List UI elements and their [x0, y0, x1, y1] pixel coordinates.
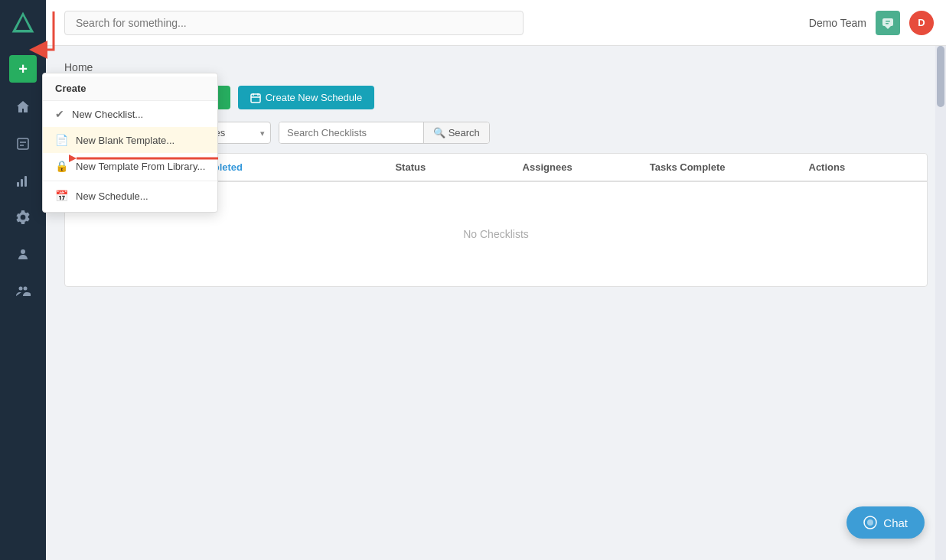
- sidebar-item-users[interactable]: [0, 236, 46, 272]
- create-schedule-btn-label: Create New Schedule: [266, 92, 362, 103]
- user-avatar[interactable]: D: [909, 11, 934, 35]
- svg-point-16: [24, 287, 28, 291]
- svg-rect-12: [21, 179, 23, 187]
- svg-point-22: [867, 519, 873, 526]
- svg-rect-6: [886, 21, 890, 22]
- logo-area: [0, 0, 46, 46]
- sidebar-item-teams[interactable]: [0, 272, 46, 309]
- template-library-label: New Template From Library...: [76, 161, 205, 172]
- nav-right: Demo Team D: [809, 11, 934, 35]
- breadcrumb[interactable]: Home: [64, 61, 928, 73]
- avatar-initials: D: [918, 17, 925, 28]
- dropdown-item-new-checklist[interactable]: ✔ New Checklist...: [43, 101, 217, 127]
- svg-rect-7: [886, 23, 889, 24]
- new-schedule-label: New Schedule...: [76, 190, 148, 202]
- plus-icon: +: [18, 60, 28, 78]
- sidebar-item-settings[interactable]: [0, 199, 46, 236]
- schedule-icon: 📅: [55, 190, 68, 202]
- empty-state-label: No Checklists: [463, 228, 529, 240]
- svg-rect-8: [18, 138, 28, 149]
- chat-icon: [863, 516, 877, 529]
- search-box[interactable]: [64, 11, 524, 35]
- create-schedule-button[interactable]: Create New Schedule: [238, 86, 374, 109]
- sidebar-item-reports[interactable]: [0, 162, 46, 199]
- create-button[interactable]: +: [9, 55, 37, 83]
- svg-point-15: [19, 287, 23, 291]
- sidebar: +: [0, 0, 46, 560]
- search-input[interactable]: [64, 11, 524, 35]
- svg-point-14: [21, 249, 25, 254]
- team-name: Demo Team: [809, 17, 866, 29]
- svg-rect-11: [17, 182, 19, 187]
- chat-button[interactable]: Chat: [847, 506, 925, 539]
- column-actions: Actions: [809, 161, 915, 173]
- svg-rect-5: [882, 18, 893, 26]
- dropdown-item-new-blank-template[interactable]: 📄 New Blank Template...: [43, 127, 217, 153]
- scrollbar-thumb[interactable]: [937, 46, 944, 107]
- column-tasks: Tasks Complete: [650, 161, 809, 173]
- sidebar-item-home[interactable]: [0, 89, 46, 125]
- library-icon: 🔒: [55, 160, 68, 172]
- dropdown-item-new-schedule[interactable]: 📅 New Schedule...: [43, 183, 217, 209]
- sidebar-item-checklists[interactable]: [0, 125, 46, 162]
- dropdown-item-template-library[interactable]: 🔒 New Template From Library...: [43, 153, 217, 179]
- search-btn-label: Search: [449, 127, 480, 138]
- top-navbar: Demo Team D: [0, 0, 946, 46]
- search-icon: 🔍: [433, 127, 449, 138]
- dropdown-divider: [43, 181, 217, 181]
- checklist-icon: ✔: [55, 108, 64, 120]
- chat-btn-label: Chat: [883, 516, 908, 529]
- checklist-search-input[interactable]: [279, 122, 423, 143]
- new-checklist-label: New Checklist...: [72, 109, 143, 120]
- create-dropdown: Create ✔ New Checklist... 📄 New Blank Te…: [42, 73, 218, 213]
- column-status: Status: [395, 161, 522, 173]
- right-scrollbar[interactable]: [935, 0, 946, 560]
- checklist-search-button[interactable]: 🔍 Search: [423, 122, 489, 143]
- column-assignees: Assignees: [523, 161, 650, 173]
- template-icon: 📄: [55, 134, 68, 146]
- svg-rect-17: [251, 94, 260, 103]
- dropdown-header: Create: [43, 77, 217, 101]
- app-logo-icon: [9, 9, 37, 37]
- svg-rect-13: [24, 176, 27, 187]
- notifications-button[interactable]: [876, 11, 900, 35]
- checklist-search-box[interactable]: 🔍 Search: [279, 122, 490, 144]
- calendar-icon: [250, 93, 261, 103]
- new-blank-template-label: New Blank Template...: [76, 135, 175, 146]
